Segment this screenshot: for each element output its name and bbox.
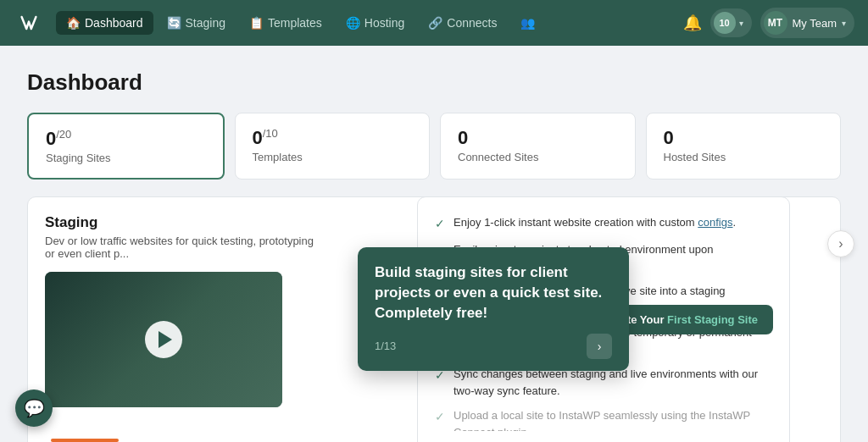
templates-icon: 📋 <box>249 16 264 30</box>
feature-1: ✓ Enjoy 1-click instant website creation… <box>435 214 772 233</box>
nav-dashboard-label: Dashboard <box>85 16 143 30</box>
staging-label: Staging Sites <box>46 152 206 164</box>
nav-dashboard[interactable]: 🏠 Dashboard <box>56 11 153 35</box>
nav-connects[interactable]: 🔗 Connects <box>418 11 507 35</box>
connected-label: Connected Sites <box>458 151 618 163</box>
connected-count: 0 <box>458 127 618 149</box>
templates-count: 0/10 <box>253 127 413 149</box>
notification-bell[interactable]: 🔔 <box>683 14 702 32</box>
credits-chevron-icon: ▾ <box>739 19 743 28</box>
team-menu[interactable]: MT My Team ▾ <box>760 8 855 38</box>
feature-6: ✓ Upload a local site to InstaWP seamles… <box>435 407 772 431</box>
people-icon: 👥 <box>520 16 535 30</box>
tooltip-page: 1/13 <box>375 340 396 352</box>
credits-button[interactable]: 10 ▾ <box>710 8 752 37</box>
logo[interactable] <box>14 8 44 38</box>
check-icon-6: ✓ <box>435 408 445 426</box>
tooltip-next-button[interactable]: › <box>587 334 612 359</box>
tooltip-footer: 1/13 › <box>375 334 612 359</box>
nav-staging[interactable]: 🔄 Staging <box>157 11 236 35</box>
tooltip-text: Build staging sites for client projects … <box>375 262 612 323</box>
staging-icon: 🔄 <box>167 16 181 30</box>
hosted-label: Hosted Sites <box>664 151 824 163</box>
hosting-icon: 🌐 <box>346 16 360 30</box>
nav-connects-label: Connects <box>447 16 497 30</box>
configs-link[interactable]: configs <box>698 216 732 229</box>
feature-6-text: Upload a local site to InstaWP seamlessl… <box>453 407 772 431</box>
credits-avatar: 10 <box>714 12 736 34</box>
chat-widget-button[interactable]: 💬 <box>15 390 53 427</box>
nav-team-icon[interactable]: 👥 <box>510 11 545 35</box>
feature-1-text: Enjoy 1-click instant website creation w… <box>453 214 736 231</box>
hosted-count: 0 <box>664 127 824 149</box>
cta-highlight: First Staging Site <box>667 313 758 326</box>
next-arrow-button[interactable]: › <box>827 230 854 257</box>
nav-hosting[interactable]: 🌐 Hosting <box>336 11 415 35</box>
home-icon: 🏠 <box>66 16 81 30</box>
video-thumbnail[interactable] <box>45 272 282 407</box>
stat-staging-sites: 0/20 Staging Sites <box>27 113 225 180</box>
nav-right: 🔔 10 ▾ MT My Team ▾ <box>683 8 855 38</box>
stats-row: 0/20 Staging Sites 0/10 Templates 0 Conn… <box>27 113 841 180</box>
feature-5: ✓ Sync changes between staging and live … <box>435 366 772 399</box>
connects-icon: 🔗 <box>428 16 442 30</box>
templates-label: Templates <box>253 151 413 163</box>
content-area: Staging Dev or low traffic websites for … <box>27 196 841 442</box>
team-avatar: MT <box>764 11 787 35</box>
arrow-right-icon: › <box>838 236 843 251</box>
nav-templates[interactable]: 📋 Templates <box>239 11 332 35</box>
onboarding-tooltip: Build staging sites for client projects … <box>358 247 629 370</box>
staging-count: 0/20 <box>46 128 206 150</box>
staging-card-desc: Dev or low traffic websites for quick te… <box>45 235 316 260</box>
page-title: Dashboard <box>27 69 841 96</box>
stat-connected-sites: 0 Connected Sites <box>440 113 636 180</box>
play-button[interactable] <box>145 321 182 358</box>
nav-hosting-label: Hosting <box>364 16 404 30</box>
team-chevron-icon: ▾ <box>842 19 846 28</box>
feature-5-text: Sync changes between staging and live en… <box>453 366 772 399</box>
stat-hosted-sites: 0 Hosted Sites <box>646 113 842 180</box>
team-name-label: My Team <box>793 17 837 30</box>
tooltip-next-icon: › <box>598 340 602 353</box>
nav-staging-label: Staging <box>186 16 225 30</box>
staging-limit: /20 <box>56 128 71 141</box>
nav-templates-label: Templates <box>268 16 322 30</box>
chat-bar <box>51 439 119 442</box>
templates-limit: /10 <box>263 127 278 140</box>
chat-icon: 💬 <box>24 398 45 418</box>
navbar: 🏠 Dashboard 🔄 Staging 📋 Templates 🌐 Host… <box>0 0 868 46</box>
check-icon-1: ✓ <box>435 215 445 233</box>
stat-templates: 0/10 Templates <box>235 113 431 180</box>
main-content: Dashboard 0/20 Staging Sites 0/10 Templa… <box>0 46 868 442</box>
